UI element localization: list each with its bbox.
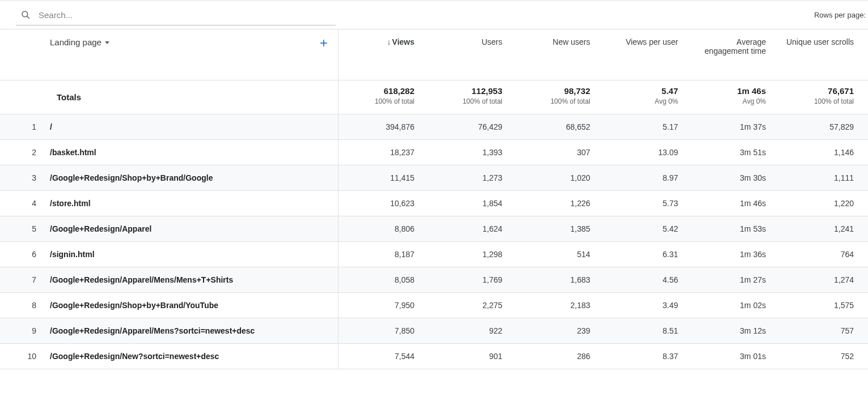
row-cell: 3m 30s xyxy=(689,173,777,182)
table-row[interactable]: 7/Google+Redesign/Apparel/Mens/Mens+T+Sh… xyxy=(0,267,868,293)
table-row[interactable]: 4/store.html10,6231,8541,2265.731m 46s1,… xyxy=(0,191,868,216)
row-cell: 7,850 xyxy=(338,326,426,335)
row-cell: 1m 02s xyxy=(689,301,777,310)
row-index: 6 xyxy=(0,250,50,259)
row-cell: 3m 51s xyxy=(689,148,777,157)
column-header[interactable]: Users xyxy=(426,29,514,80)
column-header[interactable]: Views per user xyxy=(602,29,689,80)
row-cell: 13.09 xyxy=(602,148,689,157)
row-cell: 1,241 xyxy=(777,224,865,233)
row-cell: 1,274 xyxy=(777,275,865,284)
table-row[interactable]: 6/signin.html8,1871,2985146.311m 36s764 xyxy=(0,242,868,267)
totals-label: Totals xyxy=(0,80,338,114)
totals-value: 98,732 xyxy=(518,86,590,96)
row-dimension: /Google+Redesign/Apparel/Mens?sortci=new… xyxy=(50,326,338,335)
row-cell: 1m 53s xyxy=(689,224,777,233)
totals-cell: 1m 46sAvg 0% xyxy=(689,80,777,114)
row-cell: 764 xyxy=(777,250,865,259)
row-cell: 18,237 xyxy=(338,148,426,157)
table-row[interactable]: 10/Google+Redesign/New?sortci=newest+des… xyxy=(0,344,868,369)
row-cell: 4.56 xyxy=(602,275,689,284)
totals-cell: 618,282100% of total xyxy=(338,80,426,114)
row-cell: 8.37 xyxy=(602,352,689,361)
column-header[interactable]: New users xyxy=(514,29,602,80)
row-index: 10 xyxy=(0,352,50,361)
row-cell: 8,058 xyxy=(338,275,426,284)
column-header-label: Average engagement time xyxy=(705,37,766,56)
totals-value: 1m 46s xyxy=(694,86,766,96)
row-cell: 394,876 xyxy=(338,122,426,131)
column-header[interactable]: Unique user scrolls xyxy=(777,29,865,80)
row-cell: 1m 46s xyxy=(689,199,777,208)
row-cell: 1,769 xyxy=(426,275,514,284)
row-index: 4 xyxy=(0,199,50,208)
row-cell: 1m 37s xyxy=(689,122,777,131)
row-cell: 1,111 xyxy=(777,173,865,182)
row-cell: 7,950 xyxy=(338,301,426,310)
row-cell: 757 xyxy=(777,326,865,335)
row-dimension: /signin.html xyxy=(50,250,338,259)
totals-cell: 76,671100% of total xyxy=(777,80,865,114)
row-cell: 7,544 xyxy=(338,352,426,361)
row-cell: 3m 01s xyxy=(689,352,777,361)
row-cell: 11,415 xyxy=(338,173,426,182)
column-header-label: Views per user xyxy=(626,37,678,46)
add-dimension-button[interactable]: + xyxy=(320,36,328,50)
dimension-selector[interactable]: Landing page xyxy=(50,37,109,47)
column-header[interactable]: Average engagement time xyxy=(689,29,777,80)
totals-cell: 5.47Avg 0% xyxy=(602,80,689,114)
totals-value: 5.47 xyxy=(606,86,678,96)
row-cell: 307 xyxy=(514,148,602,157)
svg-line-1 xyxy=(27,16,29,19)
table-row[interactable]: 8/Google+Redesign/Shop+by+Brand/YouTube7… xyxy=(0,293,868,318)
totals-subtext: 100% of total xyxy=(782,97,854,105)
row-cell: 1,146 xyxy=(777,148,865,157)
row-dimension: /Google+Redesign/Apparel xyxy=(50,224,338,233)
column-header-label: Views xyxy=(392,37,414,46)
row-cell: 76,429 xyxy=(426,122,514,131)
row-cell: 8,187 xyxy=(338,250,426,259)
table-row[interactable]: 3/Google+Redesign/Shop+by+Brand/Google11… xyxy=(0,165,868,191)
totals-value: 76,671 xyxy=(782,86,854,96)
row-cell: 3m 12s xyxy=(689,326,777,335)
row-cell: 8.97 xyxy=(602,173,689,182)
column-header-label: Users xyxy=(481,37,502,46)
row-cell: 1,298 xyxy=(426,250,514,259)
totals-cell: 112,953100% of total xyxy=(426,80,514,114)
data-table: Landing page + ↓ViewsUsersNew usersViews… xyxy=(0,29,868,369)
svg-point-0 xyxy=(22,11,28,17)
row-cell: 8,806 xyxy=(338,224,426,233)
search-input[interactable] xyxy=(39,10,305,20)
column-header-label: Unique user scrolls xyxy=(786,37,854,46)
row-cell: 5.42 xyxy=(602,224,689,233)
search-underline xyxy=(16,25,336,25)
dimension-header-cell: Landing page + xyxy=(50,29,338,80)
column-header-label: New users xyxy=(553,37,590,46)
row-index: 8 xyxy=(0,301,50,310)
totals-subtext: 100% of total xyxy=(518,97,590,105)
row-cell: 514 xyxy=(514,250,602,259)
row-index: 9 xyxy=(0,326,50,335)
row-cell: 1,273 xyxy=(426,173,514,182)
row-cell: 68,652 xyxy=(514,122,602,131)
row-index: 5 xyxy=(0,224,50,233)
table-header-row: Landing page + ↓ViewsUsersNew usersViews… xyxy=(0,29,868,80)
row-cell: 1,575 xyxy=(777,301,865,310)
totals-subtext: 100% of total xyxy=(430,97,502,105)
totals-subtext: 100% of total xyxy=(342,97,414,105)
row-index: 1 xyxy=(0,122,50,131)
row-cell: 1m 27s xyxy=(689,275,777,284)
search-bar: Rows per page: xyxy=(0,1,868,29)
row-index: 3 xyxy=(0,173,50,182)
column-header[interactable]: ↓Views xyxy=(338,29,426,80)
row-cell: 6.31 xyxy=(602,250,689,259)
table-row[interactable]: 9/Google+Redesign/Apparel/Mens?sortci=ne… xyxy=(0,318,868,344)
row-cell: 10,623 xyxy=(338,199,426,208)
row-cell: 8.51 xyxy=(602,326,689,335)
table-row[interactable]: 1/394,87676,42968,6525.171m 37s57,829 xyxy=(0,114,868,140)
row-dimension: /store.html xyxy=(50,199,338,208)
row-cell: 286 xyxy=(514,352,602,361)
table-row[interactable]: 2/basket.html18,2371,39330713.093m 51s1,… xyxy=(0,140,868,165)
sort-descending-icon: ↓ xyxy=(387,37,391,46)
table-row[interactable]: 5/Google+Redesign/Apparel8,8061,6241,385… xyxy=(0,216,868,242)
